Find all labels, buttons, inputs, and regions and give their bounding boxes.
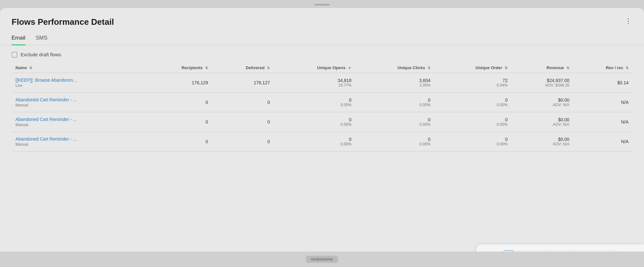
col-unique-order[interactable]: Unique Order ⇅ xyxy=(434,63,512,73)
rev-rec-value-2: N/A xyxy=(577,119,629,124)
modal-container: Flows Performance Detail ⋮ Email SMS Exc… xyxy=(0,0,644,267)
exclude-draft-checkbox[interactable] xyxy=(12,52,17,58)
order-pct-0: 0.04% xyxy=(438,83,508,87)
rev-rec-value-3: N/A xyxy=(577,139,629,144)
clicks-pct-1: 0.00% xyxy=(359,103,430,107)
clicks-pct-2: 0.00% xyxy=(359,122,430,127)
revenue-value-2: $0.00 xyxy=(515,117,569,122)
revenue-aov-3: AOV: N/A xyxy=(515,142,569,146)
cell-clicks-3: 0 0.00% xyxy=(355,132,434,151)
flow-status-0: Live xyxy=(15,83,142,88)
bottom-bar: rections/sms xyxy=(0,252,644,267)
cell-order-0: 72 0.04% xyxy=(434,73,512,92)
tab-sms[interactable]: SMS xyxy=(36,35,48,45)
opens-value-2: 0 xyxy=(278,117,351,122)
cell-order-2: 0 0.00% xyxy=(434,112,512,132)
col-unique-clicks[interactable]: Unique Clicks ⇅ xyxy=(355,63,434,73)
cell-opens-0: 34,818 19.77% xyxy=(274,73,355,92)
clicks-value-3: 0 xyxy=(359,137,430,142)
more-options-icon[interactable]: ⋮ xyxy=(625,17,632,25)
sort-icon-opens: ▼ xyxy=(348,66,352,70)
cell-recipients-1: 0 xyxy=(146,92,212,112)
cell-rev-rec-1: N/A xyxy=(573,92,632,112)
revenue-value-3: $0.00 xyxy=(515,137,569,142)
table-header-row: Name ⇅ Recipients ⇅ Delivered ⇅ Unique xyxy=(12,63,632,73)
cell-recipients-2: 0 xyxy=(146,112,212,132)
rev-rec-value-0: $0.14 xyxy=(577,80,629,85)
table-row: [[KEEP]]: Browse Abandonm... Live 176,12… xyxy=(12,73,632,92)
order-pct-3: 0.00% xyxy=(438,142,508,146)
sort-icon-name: ⇅ xyxy=(29,66,32,70)
cell-clicks-2: 0 0.00% xyxy=(355,112,434,132)
url-bar: rections/sms xyxy=(306,256,338,263)
cell-opens-3: 0 0.00% xyxy=(274,132,355,151)
flow-name-link-0[interactable]: [[KEEP]]: Browse Abandonm... xyxy=(15,78,142,83)
sort-icon-clicks: ⇅ xyxy=(428,66,431,70)
sort-icon-order: ⇅ xyxy=(505,66,507,70)
exclude-draft-label: Exclude draft flows xyxy=(21,52,61,57)
flows-table: Name ⇅ Recipients ⇅ Delivered ⇅ Unique xyxy=(12,63,632,152)
cell-revenue-2: $0.00 AOV: N/A xyxy=(511,112,573,132)
opens-value-1: 0 xyxy=(278,97,351,103)
page-title: Flows Performance Detail xyxy=(12,17,114,27)
delivered-value-3: 0 xyxy=(216,139,270,144)
col-recipients[interactable]: Recipients ⇅ xyxy=(146,63,212,73)
order-pct-2: 0.00% xyxy=(438,122,508,127)
col-revenue[interactable]: Revenue ⇅ xyxy=(511,63,573,73)
recipients-value-3: 0 xyxy=(149,139,208,144)
flow-name-link-3[interactable]: Abandoned Cart Reminder - ... xyxy=(15,136,142,142)
sort-icon-delivered: ⇅ xyxy=(267,66,270,70)
col-unique-opens[interactable]: Unique Opens ▼ xyxy=(274,63,355,73)
flow-name-link-1[interactable]: Abandoned Cart Reminder - ... xyxy=(15,97,142,102)
sort-icon-revenue: ⇅ xyxy=(566,66,569,70)
cell-delivered-1: 0 xyxy=(212,92,274,112)
recipients-value-2: 0 xyxy=(149,119,208,124)
cell-opens-2: 0 0.00% xyxy=(274,112,355,132)
cell-rev-rec-0: $0.14 xyxy=(573,73,632,92)
clicks-pct-3: 0.00% xyxy=(359,142,430,146)
cell-delivered-0: 176,127 xyxy=(212,73,274,92)
cell-delivered-3: 0 xyxy=(212,132,274,151)
table-container: Name ⇅ Recipients ⇅ Delivered ⇅ Unique xyxy=(0,63,644,267)
clicks-value-2: 0 xyxy=(359,117,430,122)
col-rev-rec[interactable]: Rev / rec ⇅ xyxy=(573,63,632,73)
order-value-0: 72 xyxy=(438,78,508,83)
delivered-value-1: 0 xyxy=(216,100,270,105)
recipients-value-1: 0 xyxy=(149,100,208,105)
cell-recipients-3: 0 xyxy=(146,132,212,151)
filter-row: Exclude draft flows xyxy=(0,45,644,63)
flow-status-2: Manual xyxy=(15,123,142,127)
cell-name-3: Abandoned Cart Reminder - ... Manual xyxy=(12,132,146,151)
table-row: Abandoned Cart Reminder - ... Manual 0 0… xyxy=(12,132,632,151)
cell-rev-rec-2: N/A xyxy=(573,112,632,132)
rev-rec-value-1: N/A xyxy=(577,100,629,105)
opens-pct-3: 0.00% xyxy=(278,142,351,146)
panel-header: Flows Performance Detail ⋮ xyxy=(0,8,644,27)
flow-name-link-2[interactable]: Abandoned Cart Reminder - ... xyxy=(15,117,142,122)
panel: Flows Performance Detail ⋮ Email SMS Exc… xyxy=(0,8,644,267)
col-delivered[interactable]: Delivered ⇅ xyxy=(212,63,274,73)
flow-status-1: Manual xyxy=(15,103,142,107)
cell-revenue-1: $0.00 AOV: N/A xyxy=(511,92,573,112)
cell-rev-rec-3: N/A xyxy=(573,132,632,151)
sort-icon-rev-rec: ⇅ xyxy=(626,66,629,70)
cell-clicks-0: 3,604 2.05% xyxy=(355,73,434,92)
delivered-value-2: 0 xyxy=(216,119,270,124)
col-name[interactable]: Name ⇅ xyxy=(12,63,146,73)
tab-email[interactable]: Email xyxy=(12,35,25,45)
drag-handle-area[interactable] xyxy=(0,0,644,8)
table-row: Abandoned Cart Reminder - ... Manual 0 0… xyxy=(12,112,632,132)
cell-revenue-0: $24,937.00 AOV: $346.35 xyxy=(511,73,573,92)
cell-order-1: 0 0.00% xyxy=(434,92,512,112)
cell-opens-1: 0 0.00% xyxy=(274,92,355,112)
revenue-value-0: $24,937.00 xyxy=(515,78,569,83)
clicks-pct-0: 2.05% xyxy=(359,83,430,87)
clicks-value-1: 0 xyxy=(359,97,430,103)
drag-handle-bar xyxy=(314,4,330,5)
opens-value-0: 34,818 xyxy=(278,78,351,83)
cell-recipients-0: 176,129 xyxy=(146,73,212,92)
cell-name-2: Abandoned Cart Reminder - ... Manual xyxy=(12,112,146,132)
cell-name-1: Abandoned Cart Reminder - ... Manual xyxy=(12,92,146,112)
cell-revenue-3: $0.00 AOV: N/A xyxy=(511,132,573,151)
order-value-1: 0 xyxy=(438,97,508,103)
